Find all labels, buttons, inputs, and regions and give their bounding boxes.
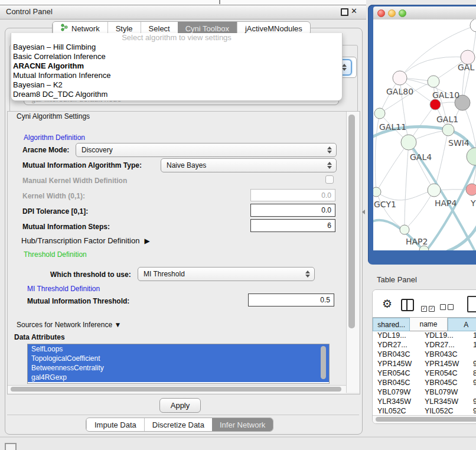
table-column-header[interactable]: A: [448, 318, 476, 331]
node-label: GAL10: [432, 90, 459, 100]
cell-name: YER054C: [421, 369, 470, 378]
network-node[interactable]: [401, 135, 416, 150]
mi-steps-field[interactable]: 6: [250, 219, 335, 232]
which-threshold-select[interactable]: MI Threshold: [138, 267, 315, 281]
mac-minimize-icon[interactable]: [388, 9, 396, 17]
network-node[interactable]: [393, 71, 407, 85]
cell-shared-name: YBR045C: [373, 378, 421, 387]
table-row[interactable]: YPR145W YPR145W 9.: [373, 359, 476, 369]
column-header-label: A: [464, 321, 468, 329]
network-node-labels: GAL GAL80 GAL10 GAL1 GAL11 SWI4 GAL4 GCY…: [374, 63, 476, 246]
cell-shared-name: YBR043C: [373, 350, 421, 359]
mi-algorithm-type-select[interactable]: Naive Bayes: [161, 158, 337, 172]
attribute-list-scrollbar-thumb[interactable]: [321, 346, 326, 379]
cell-value: 13: [470, 331, 476, 340]
algorithm-dropdown-item[interactable]: Mutual Information Inference: [11, 71, 342, 80]
network-node[interactable]: [428, 184, 441, 197]
mi-algorithm-type-label: Mutual Information Algorithm Type:: [22, 161, 142, 169]
network-node[interactable]: [373, 187, 381, 197]
which-threshold-label: Which threshold to use:: [50, 270, 131, 279]
dpi-tolerance-field[interactable]: 0.0: [250, 204, 335, 217]
table-column-header[interactable]: shared...: [373, 318, 410, 331]
table-row[interactable]: YDL19... YDL19... 13: [373, 331, 476, 340]
node-label: GAL: [458, 63, 474, 72]
table-row[interactable]: YDR27... YDR27... 12: [373, 340, 476, 350]
network-node[interactable]: [400, 225, 409, 234]
mac-close-icon[interactable]: [377, 9, 385, 17]
mac-zoom-icon[interactable]: [399, 9, 406, 17]
node-label: GAL80: [386, 87, 413, 96]
function-builder-icon[interactable]: [467, 296, 476, 312]
close-icon[interactable]: ✕: [351, 6, 357, 15]
mi-threshold-field[interactable]: 0.5: [248, 294, 334, 306]
network-node[interactable]: [374, 108, 385, 119]
tab-label: Impute Data: [94, 420, 136, 429]
tab-label: Discretize Data: [152, 420, 204, 429]
algorithm-dropdown-item[interactable]: Bayesian – Hill Climbing: [11, 43, 342, 52]
splitter-collapse-icon[interactable]: [362, 210, 365, 214]
kernel-width-field[interactable]: 0.0: [250, 189, 335, 201]
aracne-mode-select[interactable]: Discovery: [76, 143, 337, 157]
algorithm-dropdown-item[interactable]: ARACNE Algorithm: [11, 61, 342, 71]
select-all-checkboxes-icon[interactable]: ✓✓: [421, 302, 436, 312]
cell-name: YIL052C: [421, 406, 470, 415]
bottom-tab[interactable]: Discretize Data: [144, 418, 212, 431]
stepper-arrows-icon: [327, 146, 332, 154]
table-row[interactable]: YER054C YER054C 8.: [373, 369, 476, 378]
table-row[interactable]: YLR345W YLR345W 9.: [373, 397, 476, 406]
network-canvas[interactable]: GAL GAL80 GAL10 GAL1 GAL11 SWI4 GAL4 GCY…: [373, 19, 476, 250]
network-node[interactable]: [467, 148, 476, 165]
settings-vertical-scrollbar-thumb[interactable]: [348, 115, 355, 328]
data-attribute-item[interactable]: BetweennessCentrality: [28, 363, 329, 373]
data-attribute-item[interactable]: gal4RGexp: [28, 373, 329, 382]
node-label: HAP2: [406, 237, 428, 246]
network-node-red[interactable]: [430, 99, 441, 110]
data-attribute-item[interactable]: SelfLoops: [28, 344, 329, 354]
table-row[interactable]: YIL052C YIL052C 9.: [373, 406, 476, 415]
bottom-tab[interactable]: Impute Data: [86, 418, 144, 431]
algorithm-name: Mutual Information Inference: [13, 71, 110, 80]
table-row[interactable]: YBR043C YBR043C: [373, 350, 476, 359]
cell-value: 9.: [470, 359, 476, 369]
algorithm-dropdown-item[interactable]: Basic Correlation Inference: [11, 52, 342, 61]
cell-shared-name: YDR27...: [373, 340, 421, 350]
manual-kernel-width-checkbox[interactable]: [325, 175, 334, 184]
network-window-titlebar[interactable]: [373, 6, 476, 20]
table-row[interactable]: YBL079W YBL079W: [373, 387, 476, 397]
table-body: YDL19... YDL19... 13 YDR27... YDR27... 1…: [373, 331, 476, 415]
algorithm-dropdown-item[interactable]: Bayesian – K2: [11, 80, 342, 90]
table-row[interactable]: YBR045C YBR045C 9.: [373, 378, 476, 387]
float-window-icon[interactable]: [341, 8, 348, 16]
cell-shared-name: YIL052C: [373, 406, 421, 415]
network-node-salmon[interactable]: [466, 184, 476, 195]
network-node[interactable]: [428, 76, 439, 87]
gear-icon[interactable]: ⚙: [382, 297, 392, 311]
network-node[interactable]: [470, 19, 476, 32]
network-node[interactable]: [442, 124, 454, 136]
hub-definition-toggle[interactable]: Hub/Transcription Factor Definition▶: [21, 236, 150, 245]
table-horizontal-scrollbar-thumb[interactable]: [376, 417, 476, 422]
clear-checkboxes-icon[interactable]: [440, 302, 455, 312]
table-column-header[interactable]: name: [410, 318, 447, 331]
tab-label: Style: [116, 24, 133, 33]
collapse-down-arrow-icon: ▼: [114, 321, 121, 329]
settings-horizontal-scrollbar-thumb[interactable]: [11, 387, 341, 392]
tab-label: jActiveMNodules: [245, 24, 302, 33]
data-attribute-item[interactable]: TopologicalCoefficient: [28, 354, 329, 363]
node-label: HAP4: [435, 198, 457, 208]
cell-value: [470, 350, 476, 359]
cell-name: YBR043C: [421, 350, 470, 359]
cell-shared-name: YPR145W: [373, 359, 421, 369]
node-label: SWI4: [448, 138, 470, 148]
panel-divider: [7, 415, 359, 415]
sources-group-title[interactable]: Sources for Network Inference ▼: [14, 321, 123, 329]
splitter-handle[interactable]: [219, 0, 220, 4]
column-layout-icon[interactable]: [401, 299, 414, 311]
apply-button[interactable]: Apply: [159, 398, 201, 413]
cell-value: 12: [470, 340, 476, 350]
cell-shared-name: YBL079W: [373, 387, 421, 397]
bottom-tab[interactable]: Infer Network: [212, 418, 273, 431]
algorithm-name: Bayesian – Hill Climbing: [13, 43, 96, 51]
docked-panel-icon[interactable]: [5, 443, 17, 450]
algorithm-dropdown-item[interactable]: Dream8 DC_TDC Algorithm: [11, 90, 342, 99]
